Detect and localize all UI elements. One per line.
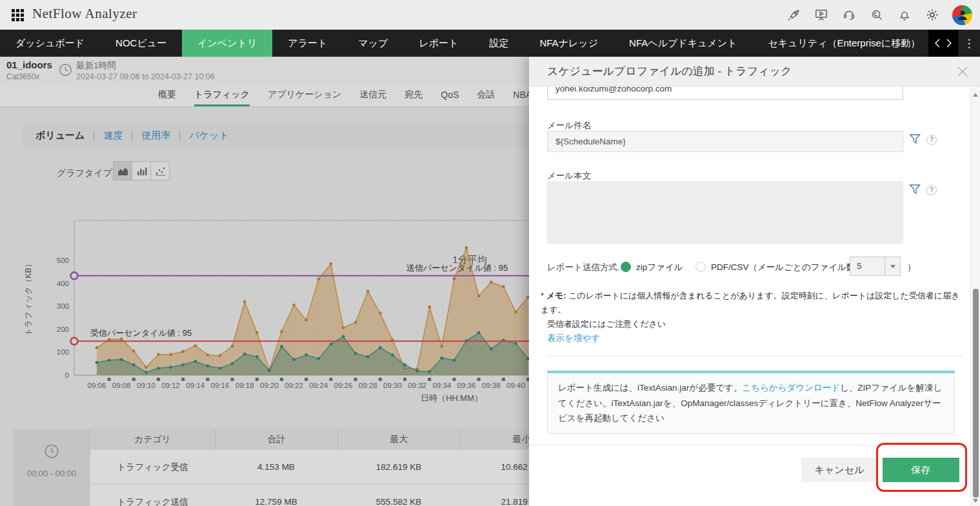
- search-icon[interactable]: [869, 7, 885, 23]
- nav-overflow-menu-icon[interactable]: ⋮: [958, 30, 980, 57]
- headset-icon[interactable]: [841, 7, 857, 23]
- chevron-left-icon[interactable]: [935, 39, 940, 48]
- nav-tab-設定[interactable]: 設定: [474, 30, 524, 57]
- zip-radio-label[interactable]: zipファイル: [636, 262, 683, 273]
- nav-tab-NFAヘルプドキュメント[interactable]: NFAヘルプドキュメント: [614, 30, 752, 57]
- header-icon-bar: [786, 0, 972, 30]
- divider: [547, 356, 963, 356]
- body-filter-funnel-icon[interactable]: [908, 183, 921, 196]
- close-icon[interactable]: [955, 64, 970, 79]
- settings-gear-icon[interactable]: [925, 7, 940, 23]
- body-label: メール本文: [547, 170, 591, 182]
- add-schedule-profile-modal: yohei.koizumi@zohocorp.com スケジュールプロファイルの…: [529, 57, 980, 506]
- subject-filter-funnel-icon[interactable]: [908, 133, 921, 146]
- files-per-mail-select[interactable]: 5: [850, 257, 901, 276]
- subject-label: メール件名: [547, 120, 591, 131]
- scroll-down-arrow-icon[interactable]: [973, 499, 978, 503]
- nav-tab-セキュリティ（Enterpriseに移動）[interactable]: セキュリティ（Enterpriseに移動）: [752, 30, 935, 57]
- main-nav: ダッシュボードNOCビューインベントリアラートマップレポート設定NFAナレッジN…: [0, 30, 980, 57]
- scrollbar-thumb[interactable]: [973, 289, 979, 498]
- rocket-icon[interactable]: [786, 7, 801, 23]
- app-title: NetFlow Analyzer: [32, 6, 137, 22]
- nav-tab-レポート[interactable]: レポート: [403, 30, 474, 57]
- nav-tab-NFAナレッジ[interactable]: NFAナレッジ: [524, 30, 614, 57]
- download-link[interactable]: こちらからダウンロード: [742, 383, 840, 393]
- nav-tab-マップ[interactable]: マップ: [343, 30, 403, 57]
- zip-radio[interactable]: [621, 262, 631, 272]
- delivery-suffix: ）: [907, 262, 916, 273]
- body-textarea[interactable]: [547, 181, 903, 244]
- presentation-icon[interactable]: [814, 7, 829, 23]
- delivery-method-label: レポート送信方式.: [547, 262, 620, 273]
- subject-help-icon[interactable]: ?: [926, 135, 937, 145]
- footer-divider: [529, 445, 980, 445]
- modal-scrollbar[interactable]: [970, 86, 980, 506]
- pdf-csv-radio[interactable]: [695, 262, 706, 272]
- user-avatar[interactable]: [952, 5, 972, 25]
- modal-header: スケジュールプロファイルの追加 - トラフィック: [529, 57, 980, 86]
- subject-field[interactable]: ${ScheduleName}: [547, 131, 903, 152]
- show-more-link[interactable]: 表示を増やす: [547, 333, 600, 344]
- files-per-mail-value: 5: [857, 257, 862, 275]
- save-button[interactable]: 保存: [883, 458, 959, 482]
- modal-title: スケジュールプロファイルの追加 - トラフィック: [547, 57, 792, 86]
- scroll-up-arrow-icon[interactable]: [973, 93, 978, 97]
- app-launcher-icon[interactable]: [12, 9, 25, 21]
- pdf-csv-radio-label[interactable]: PDF/CSV（メールごとのファイル数: [711, 262, 855, 273]
- notifications-bell-icon[interactable]: [897, 7, 912, 23]
- nav-pager[interactable]: [928, 30, 958, 57]
- body-help-icon[interactable]: ?: [926, 185, 937, 195]
- nav-tab-ダッシュボード[interactable]: ダッシュボード: [0, 30, 100, 57]
- cancel-button[interactable]: キャンセル: [801, 458, 877, 482]
- main-content: 01_idoors Cat3650x 最新1時間 2024-03-27 09:0…: [0, 57, 980, 506]
- nav-tab-NOCビュー[interactable]: NOCビュー: [100, 30, 182, 57]
- itextasian-info-box: レポート生成には、iTextAsian.jarが必要です。こちらからダウンロード…: [547, 371, 955, 434]
- app-header: NetFlow Analyzer: [0, 0, 980, 30]
- nav-tab-インベントリ[interactable]: インベントリ: [182, 30, 272, 57]
- chevron-right-icon[interactable]: [946, 39, 952, 48]
- nav-tab-アラート[interactable]: アラート: [272, 30, 343, 57]
- chevron-down-icon[interactable]: [885, 257, 900, 275]
- memo-note: * メモ: このレポートには個人情報が含まれることがあります。設定時刻に、レポー…: [541, 289, 963, 331]
